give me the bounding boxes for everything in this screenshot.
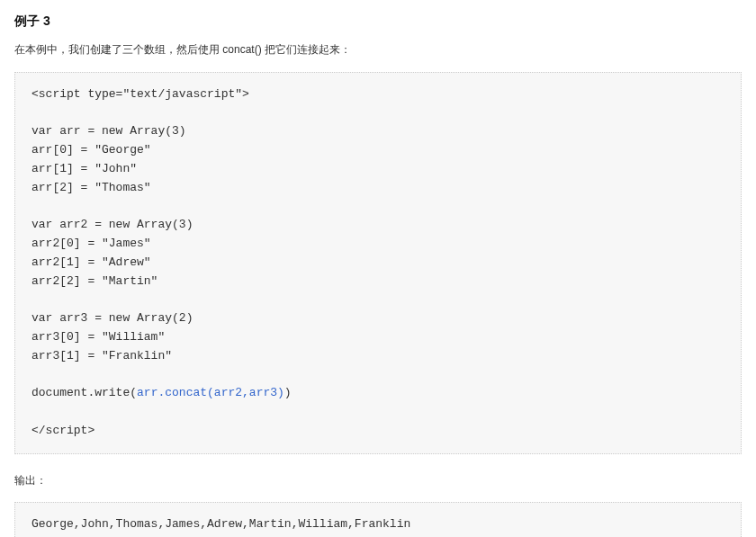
output-text: George,John,Thomas,James,Adrew,Martin,Wi… (32, 517, 410, 531)
code-line: arr2[0] = "James" (32, 237, 151, 250)
page-container: 例子 3 在本例中，我们创建了三个数组，然后使用 concat() 把它们连接起… (0, 0, 756, 537)
code-line: </script> (32, 424, 94, 437)
example-heading: 例子 3 (14, 11, 742, 31)
output-block: George,John,Thomas,James,Adrew,Martin,Wi… (14, 502, 742, 537)
code-line: <script type="text/javascript"> (32, 87, 249, 101)
code-line: arr3[1] = "Franklin" (32, 349, 172, 362)
output-label: 输出： (14, 472, 742, 489)
code-highlight: arr.concat(arr2,arr3) (137, 386, 284, 399)
code-block: <script type="text/javascript"> var arr … (14, 72, 742, 454)
code-line: arr2[2] = "Martin" (32, 274, 158, 288)
code-line: arr3[0] = "William" (32, 330, 165, 344)
code-line: var arr = new Array(3) (32, 124, 186, 138)
code-line: arr[2] = "Thomas" (32, 181, 151, 194)
code-line: arr[0] = "George" (32, 143, 151, 157)
code-line: ) (284, 386, 292, 399)
code-line: document.write( (32, 386, 137, 399)
code-line: var arr2 = new Array(3) (32, 218, 193, 231)
code-line: arr[1] = "John" (32, 162, 137, 175)
code-line: var arr3 = new Array(2) (32, 311, 193, 325)
intro-paragraph: 在本例中，我们创建了三个数组，然后使用 concat() 把它们连接起来： (14, 41, 742, 58)
code-line: arr2[1] = "Adrew" (32, 255, 151, 269)
